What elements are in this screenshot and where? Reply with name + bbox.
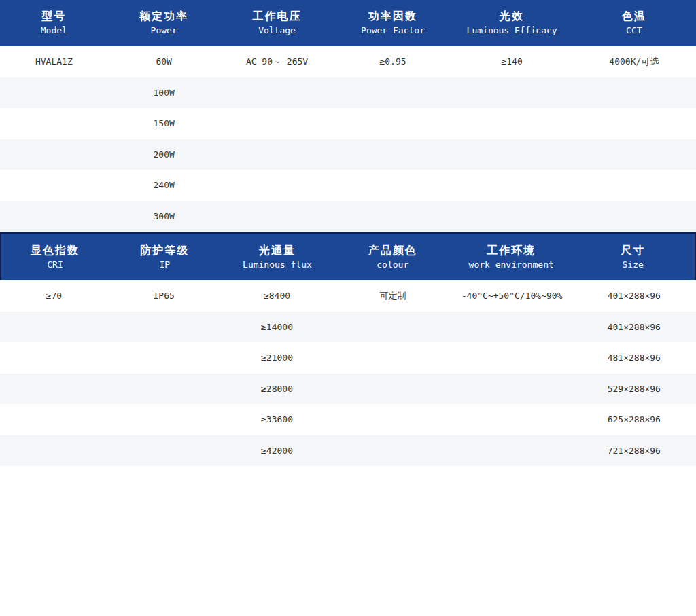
header-size-en: Size xyxy=(571,259,695,270)
header-voltage: 工作电压 Voltage xyxy=(220,10,334,36)
cell-size: 401×288×96 xyxy=(572,322,696,332)
spec-table-top-rows: HVALA1Z 60W AC 90～ 265V ≥0.95 ≥140 4000K… xyxy=(0,46,696,232)
cell-ip: IP65 xyxy=(108,291,220,301)
spec-sheet: 型号 Model 额定功率 Power 工作电压 Voltage 功率因数 Po… xyxy=(0,0,696,616)
header-cct-en: CCT xyxy=(572,25,696,36)
table-row: ≥42000 721×288×96 xyxy=(0,435,696,467)
header-luminous-flux: 光通量 Luminous flux xyxy=(220,244,334,270)
cell-luminous-flux: ≥21000 xyxy=(220,352,334,363)
cell-voltage: AC 90～ 265V xyxy=(220,56,334,68)
header-power-factor-zh: 功率因数 xyxy=(334,10,452,23)
cell-power: 200W xyxy=(108,149,220,160)
header-colour-en: colour xyxy=(334,259,451,270)
header-power-factor-en: Power Factor xyxy=(334,25,452,36)
header-luminous-efficacy: 光效 Luminous Efficacy xyxy=(452,10,572,36)
header-luminous-flux-zh: 光通量 xyxy=(220,244,334,257)
cell-colour: 可定制 xyxy=(334,290,452,302)
header-luminous-efficacy-zh: 光效 xyxy=(452,10,572,23)
table-row: 100W xyxy=(0,77,696,109)
spec-table-top-header: 型号 Model 额定功率 Power 工作电压 Voltage 功率因数 Po… xyxy=(0,0,696,46)
cell-luminous-flux: ≥42000 xyxy=(220,446,334,456)
header-model: 型号 Model xyxy=(0,10,108,36)
spec-table-bottom: 显色指数 CRI 防护等级 IP 光通量 Luminous flux 产品颜色 … xyxy=(0,232,696,466)
spec-table-top: 型号 Model 额定功率 Power 工作电压 Voltage 功率因数 Po… xyxy=(0,0,696,232)
header-power-factor: 功率因数 Power Factor xyxy=(334,10,452,36)
cell-size: 529×288×96 xyxy=(572,384,696,394)
header-model-en: Model xyxy=(0,25,108,36)
table-row: 150W xyxy=(0,108,696,139)
header-ip-en: IP xyxy=(109,259,220,270)
header-power-zh: 额定功率 xyxy=(108,10,220,23)
header-work-environment-zh: 工作环境 xyxy=(451,244,571,257)
cell-model: HVALA1Z xyxy=(0,56,108,67)
header-luminous-flux-en: Luminous flux xyxy=(220,259,334,270)
table-row: ≥33600 625×288×96 xyxy=(0,404,696,435)
spec-table-bottom-header: 显色指数 CRI 防护等级 IP 光通量 Luminous flux 产品颜色 … xyxy=(0,232,696,280)
cell-size: 401×288×96 xyxy=(572,291,696,301)
cell-cri: ≥70 xyxy=(0,291,108,301)
cell-luminous-efficacy: ≥140 xyxy=(452,56,572,67)
cell-size: 721×288×96 xyxy=(572,446,696,456)
header-cri-zh: 显色指数 xyxy=(1,244,109,257)
cell-power: 60W xyxy=(108,56,220,67)
cell-power-factor: ≥0.95 xyxy=(334,56,452,67)
header-ip-zh: 防护等级 xyxy=(109,244,220,257)
header-power: 额定功率 Power xyxy=(108,10,220,36)
table-row: 240W xyxy=(0,170,696,201)
cell-power: 150W xyxy=(108,118,220,128)
header-cri-en: CRI xyxy=(1,259,109,270)
table-row: 300W xyxy=(0,201,696,232)
header-cct-zh: 色温 xyxy=(572,10,696,23)
header-ip: 防护等级 IP xyxy=(109,244,220,270)
table-row: HVALA1Z 60W AC 90～ 265V ≥0.95 ≥140 4000K… xyxy=(0,46,696,77)
cell-size: 481×288×96 xyxy=(572,352,696,363)
cell-work-environment: -40°C~+50°C/10%~90% xyxy=(452,291,572,301)
spec-table-bottom-rows: ≥70 IP65 ≥8400 可定制 -40°C~+50°C/10%~90% 4… xyxy=(0,280,696,466)
header-power-en: Power xyxy=(108,25,220,36)
table-row: ≥70 IP65 ≥8400 可定制 -40°C~+50°C/10%~90% 4… xyxy=(0,280,696,312)
header-colour-zh: 产品颜色 xyxy=(334,244,451,257)
header-size-zh: 尺寸 xyxy=(571,244,695,257)
table-row: ≥21000 481×288×96 xyxy=(0,342,696,374)
header-work-environment-en: work environment xyxy=(451,259,571,270)
cell-size: 625×288×96 xyxy=(572,414,696,424)
header-luminous-efficacy-en: Luminous Efficacy xyxy=(452,25,572,36)
table-row: ≥14000 401×288×96 xyxy=(0,312,696,343)
cell-luminous-flux: ≥28000 xyxy=(220,384,334,394)
table-row: 200W xyxy=(0,139,696,170)
cell-luminous-flux: ≥33600 xyxy=(220,414,334,424)
cell-luminous-flux: ≥8400 xyxy=(220,291,334,301)
cell-luminous-flux: ≥14000 xyxy=(220,322,334,332)
header-colour: 产品颜色 colour xyxy=(334,244,451,270)
header-size: 尺寸 Size xyxy=(571,244,695,270)
cell-power: 300W xyxy=(108,211,220,221)
header-model-zh: 型号 xyxy=(0,10,108,23)
table-row: ≥28000 529×288×96 xyxy=(0,374,696,405)
header-voltage-zh: 工作电压 xyxy=(220,10,334,23)
header-cct: 色温 CCT xyxy=(572,10,696,36)
cell-power: 100W xyxy=(108,88,220,98)
header-cri: 显色指数 CRI xyxy=(1,244,109,270)
cell-cct: 4000K/可选 xyxy=(572,56,696,68)
header-work-environment: 工作环境 work environment xyxy=(451,244,571,270)
header-voltage-en: Voltage xyxy=(220,25,334,36)
cell-power: 240W xyxy=(108,180,220,190)
